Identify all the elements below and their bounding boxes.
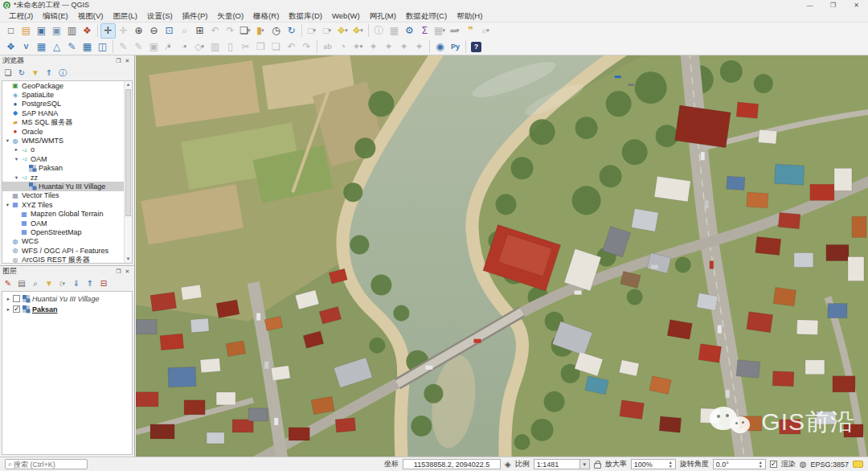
menu-编辑[interactable]: 编辑(E)	[38, 10, 73, 22]
layer-row[interactable]: ▸Paksan	[2, 304, 132, 314]
layer-visibility-checkbox[interactable]	[13, 295, 20, 302]
collapse-all-layers-icon[interactable]: ⇑	[84, 277, 96, 289]
menu-数据库[interactable]: 数据库(D)	[284, 10, 327, 22]
layers-float-icon[interactable]: ❐	[114, 267, 123, 276]
menu-帮助[interactable]: 帮助(H)	[452, 10, 487, 22]
new-print-layout-icon[interactable]: ▥	[64, 23, 80, 39]
browser-item-wms-wmts[interactable]: ▾◍WMS/WMTS	[2, 136, 132, 145]
browser-close-icon[interactable]: ✕	[123, 56, 132, 65]
search-input[interactable]	[14, 461, 84, 469]
expand-all-layers-icon[interactable]: ⇓	[70, 277, 83, 289]
browser-item-xyz-oam[interactable]: ▦OAM	[2, 219, 132, 227]
select-by-form-icon[interactable]: ❖▼	[350, 23, 366, 39]
browser-item-wms-oam-paksan[interactable]: Paksan	[2, 164, 132, 173]
browser-item-spatialite[interactable]: ◈SpatiaLite	[2, 90, 132, 99]
new-project-icon[interactable]: □	[3, 23, 18, 39]
browser-item-wms-zz-huantai[interactable]: Huantai Yu III Village	[2, 182, 132, 190]
save-project-icon[interactable]: ▣	[34, 23, 49, 39]
minimize-button[interactable]: —	[798, 0, 821, 10]
browser-item-wms-o[interactable]: ▸◅o	[2, 145, 132, 154]
menu-数据处理[interactable]: 数据处理(C)	[401, 10, 452, 22]
browser-item-xyz-osm[interactable]: ▦OpenStreetMap	[2, 227, 132, 236]
filter-legend-by-map-icon[interactable]: ⌕	[29, 277, 42, 289]
browser-item-wms-zz[interactable]: ▾◅zz	[2, 173, 132, 182]
locator-search[interactable]: ⌕	[5, 459, 88, 469]
manage-map-themes-icon[interactable]: ▤	[15, 277, 28, 289]
add-mesh-layer-icon[interactable]: △	[49, 39, 64, 55]
menu-工程[interactable]: 工程(J)	[4, 10, 38, 22]
add-wms-layer-icon[interactable]: ◫	[95, 39, 110, 55]
rotation-field[interactable]: ▲▼	[713, 459, 766, 469]
coordinate-field[interactable]	[403, 459, 501, 469]
deselect-features-icon[interactable]: ❖▼	[335, 23, 350, 39]
python-console-icon[interactable]: Py	[448, 39, 463, 55]
remove-layer-icon[interactable]: ⊟	[97, 277, 110, 289]
filter-legend-icon[interactable]: ▼	[43, 277, 55, 289]
layer-row[interactable]: ▸Huantai Yu III Village	[2, 293, 132, 304]
scroll-up-icon[interactable]: ▲	[125, 81, 132, 88]
browser-add-selected-layers-icon[interactable]: ❏	[2, 67, 14, 79]
menu-插件[interactable]: 插件(P)	[178, 10, 213, 22]
maximize-button[interactable]: ❐	[821, 0, 845, 10]
extents-toggle-icon[interactable]: ◈	[505, 460, 511, 469]
crs-value[interactable]: EPSG:3857	[810, 461, 849, 469]
browser-item-geopackage[interactable]: ▣GeoPackage	[2, 81, 132, 90]
rotation-spinner[interactable]: ▲▼	[759, 461, 763, 469]
magnifier-spinner[interactable]: ▲▼	[669, 461, 673, 469]
measure-icon[interactable]: ═▼	[448, 23, 463, 39]
add-postgis-layer-icon[interactable]: ▦	[80, 39, 95, 55]
browser-item-ms-sql[interactable]: ▰MS SQL 服务器	[2, 118, 132, 127]
zoom-full-icon[interactable]: ⊡	[162, 23, 177, 39]
menu-视图[interactable]: 视图(V)	[73, 10, 108, 22]
open-data-source-manager-icon[interactable]: ❖	[3, 39, 18, 55]
menu-图层[interactable]: 图层(L)	[108, 10, 142, 22]
plugin-help-icon[interactable]: ?	[469, 39, 484, 55]
browser-float-icon[interactable]: ❐	[114, 56, 123, 65]
crs-icon[interactable]: ◍	[800, 460, 807, 469]
browser-item-xyz-tiles[interactable]: ▾▦XYZ Tiles	[2, 200, 132, 209]
add-vector-layer-icon[interactable]: V	[18, 39, 34, 55]
render-checkbox[interactable]	[770, 461, 777, 468]
browser-item-vector-tiles[interactable]: ▦Vector Tiles	[2, 191, 132, 200]
menu-矢量[interactable]: 矢量(O)	[212, 10, 248, 22]
magnifier-field[interactable]: ▲▼	[631, 459, 676, 469]
open-project-icon[interactable]: ▤	[18, 23, 34, 39]
coordinate-input[interactable]	[406, 461, 497, 469]
temporal-controller-icon[interactable]: ◷	[268, 23, 284, 39]
close-button[interactable]: ✕	[845, 0, 868, 10]
browser-item-oracle[interactable]: ●Oracle	[2, 127, 132, 136]
open-layer-styling-icon[interactable]: ✎	[2, 277, 14, 289]
browser-item-arcgis-rest[interactable]: ◍ArcGIS REST 服务器	[2, 255, 132, 264]
style-manager-icon[interactable]: ❖	[80, 23, 95, 39]
layer-visibility-checkbox[interactable]	[13, 305, 20, 313]
new-map-view-icon[interactable]: ❏▼	[238, 23, 253, 39]
show-statistics-icon[interactable]: Σ	[417, 23, 432, 39]
spatial-bookmarks-icon[interactable]: ▮▼	[253, 23, 268, 39]
refresh-map-icon[interactable]: ↻	[284, 23, 299, 39]
map-tips-icon[interactable]: ❞	[463, 23, 478, 39]
scale-lock-icon[interactable]	[594, 463, 601, 469]
menu-网孔[interactable]: 网孔(M)	[365, 10, 401, 22]
map-canvas[interactable]: GIS前沿	[136, 55, 868, 457]
browser-scrollbar[interactable]: ▲ ▼	[124, 81, 132, 263]
scroll-down-icon[interactable]: ▼	[125, 256, 132, 263]
zoom-out-icon[interactable]: ⊖	[146, 23, 162, 39]
rotation-input[interactable]	[716, 461, 760, 469]
quickmapservices-icon[interactable]: ◉	[432, 39, 448, 55]
layers-close-icon[interactable]: ✕	[123, 267, 132, 276]
zoom-to-layer-icon[interactable]: ⊞	[192, 23, 207, 39]
browser-collapse-all-icon[interactable]: ⇑	[43, 67, 55, 79]
zoom-in-icon[interactable]: ⊕	[131, 23, 146, 39]
pan-map-icon[interactable]: ✛	[100, 23, 116, 39]
scroll-thumb[interactable]	[125, 89, 131, 216]
magnifier-input[interactable]	[634, 461, 669, 469]
browser-filter-icon[interactable]: ▼	[29, 67, 42, 79]
add-raster-layer-icon[interactable]: ▦	[34, 39, 49, 55]
browser-item-wms-oam[interactable]: ▾◅OAM	[2, 154, 132, 163]
menu-设置[interactable]: 设置(S)	[142, 10, 178, 22]
menu-栅格[interactable]: 栅格(R)	[248, 10, 284, 22]
browser-item-postgresql[interactable]: ●PostgreSQL	[2, 100, 132, 109]
scale-input[interactable]	[537, 461, 577, 469]
menu-Web[interactable]: Web(W)	[327, 10, 365, 22]
processing-toolbox-icon[interactable]: ⚙	[402, 23, 417, 39]
